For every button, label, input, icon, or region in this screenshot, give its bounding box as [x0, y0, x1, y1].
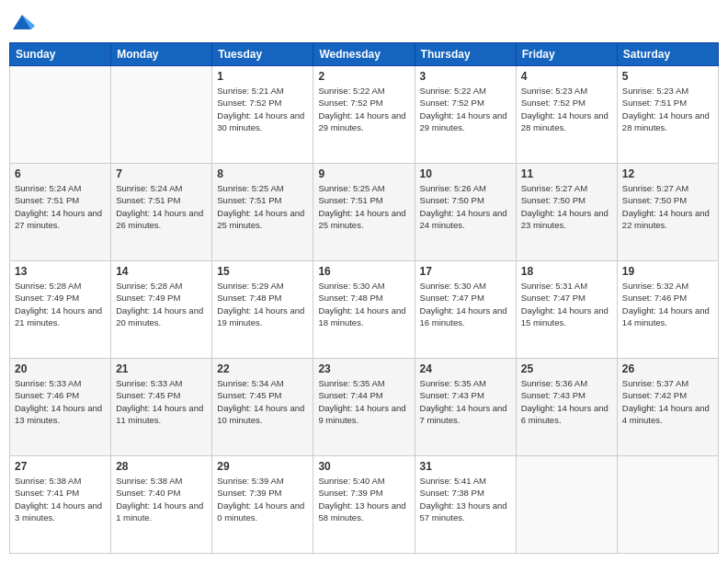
day-number: 24 [420, 362, 511, 375]
day-info: Sunrise: 5:24 AM Sunset: 7:51 PM Dayligh… [15, 182, 106, 231]
calendar-cell: 21Sunrise: 5:33 AM Sunset: 7:45 PM Dayli… [111, 359, 212, 456]
calendar-cell: 26Sunrise: 5:37 AM Sunset: 7:42 PM Dayli… [617, 359, 718, 456]
day-info: Sunrise: 5:30 AM Sunset: 7:47 PM Dayligh… [420, 280, 511, 328]
day-info: Sunrise: 5:38 AM Sunset: 7:41 PM Dayligh… [15, 475, 106, 523]
calendar-cell: 20Sunrise: 5:33 AM Sunset: 7:46 PM Dayli… [10, 359, 111, 456]
day-info: Sunrise: 5:33 AM Sunset: 7:45 PM Dayligh… [116, 377, 207, 426]
calendar-cell: 10Sunrise: 5:26 AM Sunset: 7:50 PM Dayli… [415, 164, 516, 261]
day-header-saturday: Saturday [617, 43, 718, 66]
calendar-week-1: 1Sunrise: 5:21 AM Sunset: 7:52 PM Daylig… [10, 66, 719, 164]
day-number: 31 [420, 460, 511, 473]
day-number: 19 [622, 265, 713, 278]
calendar-cell: 15Sunrise: 5:29 AM Sunset: 7:48 PM Dayli… [212, 261, 313, 359]
calendar-cell: 8Sunrise: 5:25 AM Sunset: 7:51 PM Daylig… [212, 164, 313, 261]
calendar-week-5: 27Sunrise: 5:38 AM Sunset: 7:41 PM Dayli… [10, 456, 719, 554]
calendar-table: SundayMondayTuesdayWednesdayThursdayFrid… [9, 42, 719, 554]
day-info: Sunrise: 5:28 AM Sunset: 7:49 PM Dayligh… [15, 280, 106, 328]
day-number: 27 [15, 460, 106, 473]
day-number: 29 [217, 460, 308, 473]
day-info: Sunrise: 5:33 AM Sunset: 7:46 PM Dayligh… [15, 377, 106, 426]
day-header-friday: Friday [516, 43, 617, 66]
day-number: 13 [15, 265, 106, 278]
calendar-cell: 28Sunrise: 5:38 AM Sunset: 7:40 PM Dayli… [111, 456, 212, 554]
calendar-cell: 17Sunrise: 5:30 AM Sunset: 7:47 PM Dayli… [415, 261, 516, 359]
calendar-cell: 16Sunrise: 5:30 AM Sunset: 7:48 PM Dayli… [313, 261, 415, 359]
day-info: Sunrise: 5:22 AM Sunset: 7:52 PM Dayligh… [318, 85, 409, 133]
calendar-cell: 24Sunrise: 5:35 AM Sunset: 7:43 PM Dayli… [415, 359, 516, 456]
day-number: 25 [521, 362, 612, 375]
day-info: Sunrise: 5:27 AM Sunset: 7:50 PM Dayligh… [622, 182, 713, 231]
day-info: Sunrise: 5:23 AM Sunset: 7:52 PM Dayligh… [521, 85, 612, 133]
day-info: Sunrise: 5:35 AM Sunset: 7:43 PM Dayligh… [420, 377, 511, 426]
calendar-cell: 7Sunrise: 5:24 AM Sunset: 7:51 PM Daylig… [111, 164, 212, 261]
day-info: Sunrise: 5:39 AM Sunset: 7:39 PM Dayligh… [217, 475, 308, 523]
day-number: 2 [318, 70, 409, 83]
day-header-tuesday: Tuesday [212, 43, 313, 66]
day-info: Sunrise: 5:25 AM Sunset: 7:51 PM Dayligh… [318, 182, 409, 231]
day-number: 3 [420, 70, 511, 83]
day-number: 5 [622, 70, 713, 83]
day-info: Sunrise: 5:31 AM Sunset: 7:47 PM Dayligh… [521, 280, 612, 328]
day-number: 21 [116, 362, 207, 375]
day-number: 9 [318, 167, 409, 180]
day-number: 22 [217, 362, 308, 375]
day-info: Sunrise: 5:21 AM Sunset: 7:52 PM Dayligh… [217, 85, 308, 133]
day-info: Sunrise: 5:32 AM Sunset: 7:46 PM Dayligh… [622, 280, 713, 328]
calendar-week-2: 6Sunrise: 5:24 AM Sunset: 7:51 PM Daylig… [10, 164, 719, 261]
calendar-week-3: 13Sunrise: 5:28 AM Sunset: 7:49 PM Dayli… [10, 261, 719, 359]
calendar-header-row: SundayMondayTuesdayWednesdayThursdayFrid… [10, 43, 719, 66]
calendar-cell: 30Sunrise: 5:40 AM Sunset: 7:39 PM Dayli… [313, 456, 415, 554]
calendar-cell [111, 66, 212, 164]
calendar-cell: 13Sunrise: 5:28 AM Sunset: 7:49 PM Dayli… [10, 261, 111, 359]
day-header-thursday: Thursday [415, 43, 516, 66]
logo-icon [9, 9, 35, 35]
calendar-cell [516, 456, 617, 554]
day-info: Sunrise: 5:37 AM Sunset: 7:42 PM Dayligh… [622, 377, 713, 426]
day-number: 15 [217, 265, 308, 278]
day-info: Sunrise: 5:22 AM Sunset: 7:52 PM Dayligh… [420, 85, 511, 133]
day-number: 8 [217, 167, 308, 180]
day-number: 18 [521, 265, 612, 278]
day-info: Sunrise: 5:26 AM Sunset: 7:50 PM Dayligh… [420, 182, 511, 231]
calendar-week-4: 20Sunrise: 5:33 AM Sunset: 7:46 PM Dayli… [10, 359, 719, 456]
calendar-cell: 11Sunrise: 5:27 AM Sunset: 7:50 PM Dayli… [516, 164, 617, 261]
day-number: 4 [521, 70, 612, 83]
day-info: Sunrise: 5:23 AM Sunset: 7:51 PM Dayligh… [622, 85, 713, 133]
day-number: 26 [622, 362, 713, 375]
calendar-cell: 23Sunrise: 5:35 AM Sunset: 7:44 PM Dayli… [313, 359, 415, 456]
day-number: 14 [116, 265, 207, 278]
calendar-cell: 9Sunrise: 5:25 AM Sunset: 7:51 PM Daylig… [313, 164, 415, 261]
day-header-monday: Monday [111, 43, 212, 66]
day-info: Sunrise: 5:25 AM Sunset: 7:51 PM Dayligh… [217, 182, 308, 231]
page: SundayMondayTuesdayWednesdayThursdayFrid… [0, 0, 728, 563]
calendar-cell: 6Sunrise: 5:24 AM Sunset: 7:51 PM Daylig… [10, 164, 111, 261]
calendar-cell: 29Sunrise: 5:39 AM Sunset: 7:39 PM Dayli… [212, 456, 313, 554]
calendar-cell: 2Sunrise: 5:22 AM Sunset: 7:52 PM Daylig… [313, 66, 415, 164]
day-number: 1 [217, 70, 308, 83]
day-info: Sunrise: 5:36 AM Sunset: 7:43 PM Dayligh… [521, 377, 612, 426]
day-info: Sunrise: 5:30 AM Sunset: 7:48 PM Dayligh… [318, 280, 409, 328]
day-number: 30 [318, 460, 409, 473]
day-number: 12 [622, 167, 713, 180]
day-info: Sunrise: 5:27 AM Sunset: 7:50 PM Dayligh… [521, 182, 612, 231]
calendar-cell: 22Sunrise: 5:34 AM Sunset: 7:45 PM Dayli… [212, 359, 313, 456]
calendar-cell: 12Sunrise: 5:27 AM Sunset: 7:50 PM Dayli… [617, 164, 718, 261]
calendar-cell [617, 456, 718, 554]
calendar-cell: 14Sunrise: 5:28 AM Sunset: 7:49 PM Dayli… [111, 261, 212, 359]
calendar-cell: 19Sunrise: 5:32 AM Sunset: 7:46 PM Dayli… [617, 261, 718, 359]
calendar-cell [10, 66, 111, 164]
day-number: 17 [420, 265, 511, 278]
day-number: 28 [116, 460, 207, 473]
calendar-cell: 27Sunrise: 5:38 AM Sunset: 7:41 PM Dayli… [10, 456, 111, 554]
header [9, 9, 719, 35]
day-number: 10 [420, 167, 511, 180]
day-header-sunday: Sunday [10, 43, 111, 66]
day-number: 16 [318, 265, 409, 278]
day-info: Sunrise: 5:28 AM Sunset: 7:49 PM Dayligh… [116, 280, 207, 328]
calendar-cell: 5Sunrise: 5:23 AM Sunset: 7:51 PM Daylig… [617, 66, 718, 164]
day-info: Sunrise: 5:38 AM Sunset: 7:40 PM Dayligh… [116, 475, 207, 523]
day-number: 23 [318, 362, 409, 375]
day-info: Sunrise: 5:40 AM Sunset: 7:39 PM Dayligh… [318, 475, 409, 523]
day-header-wednesday: Wednesday [313, 43, 415, 66]
day-info: Sunrise: 5:29 AM Sunset: 7:48 PM Dayligh… [217, 280, 308, 328]
